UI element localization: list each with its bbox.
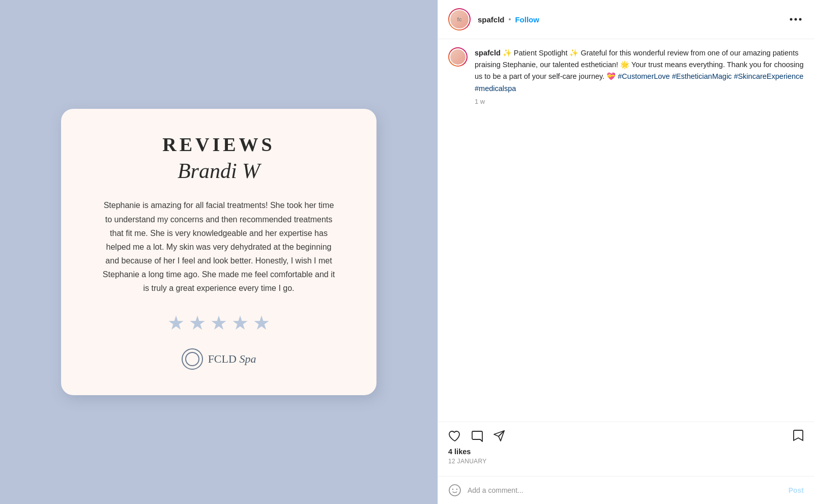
comment-input[interactable] — [468, 486, 782, 494]
action-icons-row — [448, 429, 804, 442]
review-card-title: REVIEWS — [162, 133, 275, 156]
svg-point-3 — [449, 485, 460, 496]
svg-point-2 — [799, 18, 802, 21]
caption-area: spafcld ✨ Patient Spotlight ✨ Grateful f… — [438, 39, 814, 422]
star-4: ★ — [231, 312, 249, 334]
star-3: ★ — [210, 312, 227, 334]
sparkle1: ✨ — [503, 49, 512, 57]
likes-count: 4 likes — [448, 448, 804, 456]
star-5: ★ — [253, 312, 270, 334]
avatar: fc — [448, 8, 471, 31]
actions-bar: 4 likes 12 January — [438, 422, 814, 476]
caption-time: 1 w — [475, 98, 804, 105]
header-username[interactable]: spafcld — [478, 15, 505, 24]
dot-separator: • — [509, 15, 511, 23]
post-date: 12 January — [448, 458, 804, 465]
post-header: fc spafcld • Follow — [438, 0, 814, 39]
caption-avatar-placeholder — [450, 49, 466, 65]
comment-area: Post — [438, 476, 814, 504]
header-info: spafcld • Follow — [478, 15, 788, 24]
review-card-text: Stephanie is amazing for all facial trea… — [102, 198, 336, 295]
sparkle2: ✨ — [569, 49, 578, 57]
comment-button[interactable] — [471, 430, 484, 442]
caption-username[interactable]: spafcld — [475, 49, 501, 57]
logo-inner-circle — [185, 352, 199, 366]
review-stars: ★ ★ ★ ★ ★ — [167, 312, 270, 334]
caption-content: spafcld ✨ Patient Spotlight ✨ Grateful f… — [475, 47, 804, 105]
logo-circle-icon — [182, 348, 203, 370]
svg-point-5 — [456, 489, 457, 490]
like-button[interactable] — [448, 430, 461, 442]
heart-icon — [448, 430, 461, 442]
emoji-icon — [448, 484, 461, 497]
share-button[interactable] — [493, 430, 506, 442]
emoji-button[interactable] — [448, 484, 461, 497]
caption-text: spafcld ✨ Patient Spotlight ✨ Grateful f… — [475, 47, 804, 95]
review-logo: FCLD Spa — [182, 348, 256, 370]
comment-icon — [471, 430, 484, 442]
post-comment-button[interactable]: Post — [789, 486, 804, 494]
bookmark-icon — [793, 429, 804, 442]
star-2: ★ — [189, 312, 206, 334]
more-options-button[interactable] — [788, 18, 804, 21]
review-card: REVIEWS Brandi W Stephanie is amazing fo… — [61, 109, 376, 395]
more-icon — [790, 18, 802, 21]
svg-point-1 — [795, 18, 797, 21]
svg-point-0 — [790, 18, 793, 21]
svg-point-4 — [452, 489, 453, 490]
sidebar: fc spafcld • Follow spafc — [438, 0, 814, 504]
avatar-placeholder: fc — [450, 10, 469, 28]
caption-avatar — [448, 47, 468, 67]
follow-button[interactable]: Follow — [515, 15, 539, 24]
avatar-inner: fc — [449, 9, 470, 29]
post-image-panel: REVIEWS Brandi W Stephanie is amazing fo… — [0, 0, 438, 504]
bookmark-button[interactable] — [793, 429, 804, 442]
review-card-name: Brandi W — [178, 159, 260, 183]
share-icon — [493, 430, 506, 442]
patient-spotlight: Patient Spotlight — [514, 49, 568, 57]
caption-row: spafcld ✨ Patient Spotlight ✨ Grateful f… — [448, 47, 804, 105]
logo-label: FCLD Spa — [208, 352, 256, 366]
star-1: ★ — [167, 312, 185, 334]
caption-avatar-inner — [449, 48, 467, 66]
